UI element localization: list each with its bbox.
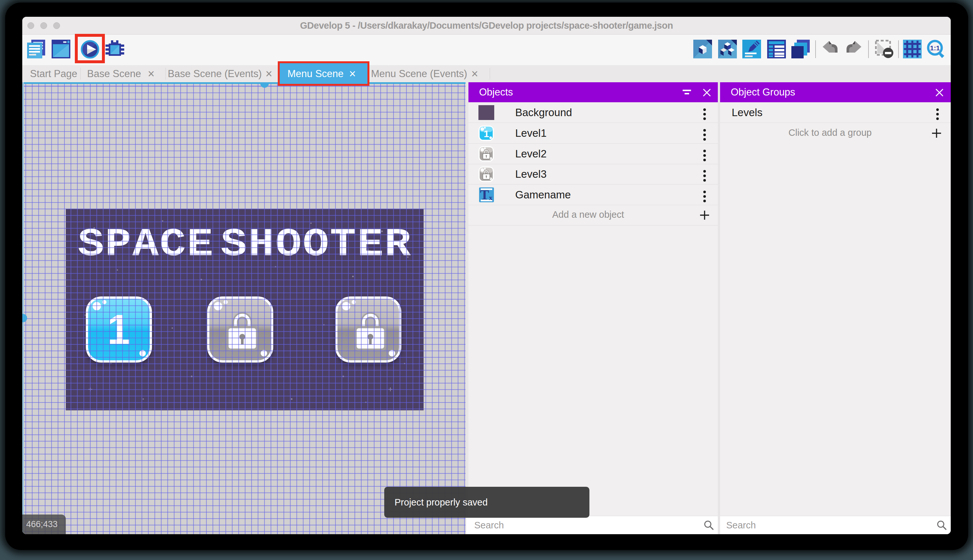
svg-text:1: 1 [483,128,489,139]
svg-text:T: T [480,187,489,202]
svg-text:x: x [489,193,493,202]
svg-text:1:1: 1:1 [930,44,940,52]
